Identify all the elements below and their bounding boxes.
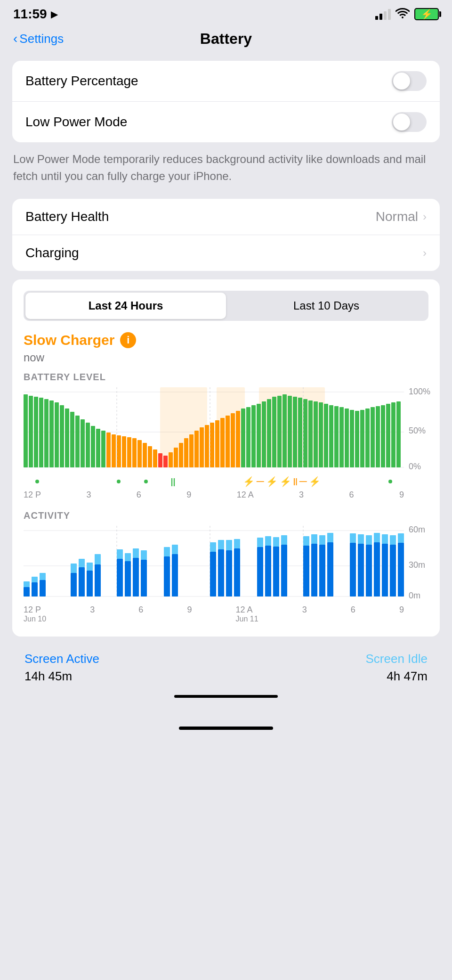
charging-chevron-icon: › (423, 246, 427, 260)
page-title: Battery (200, 30, 252, 48)
screen-idle-value: 4h 47m (365, 669, 428, 684)
svg-rect-57 (288, 396, 292, 467)
x-9: 9 (187, 605, 192, 623)
x-label-6b: 6 (349, 490, 354, 500)
x-label-9: 9 (186, 490, 191, 500)
svg-rect-62 (314, 401, 318, 467)
slow-charger-info-badge[interactable]: i (120, 332, 136, 348)
svg-rect-70 (355, 411, 359, 467)
svg-rect-133 (303, 546, 309, 596)
low-power-mode-toggle[interactable] (392, 112, 427, 132)
usage-card: Last 24 Hours Last 10 Days Slow Charger … (12, 279, 440, 637)
x-6: 6 (138, 605, 143, 623)
svg-rect-118 (210, 542, 216, 552)
svg-rect-66 (334, 406, 339, 467)
x-6b: 6 (351, 605, 355, 623)
signal-bar-3 (384, 11, 387, 20)
svg-rect-72 (365, 408, 370, 467)
svg-text:50%: 50% (409, 426, 426, 435)
health-card: Battery Health Normal › Charging › (12, 199, 440, 271)
x-bottom-jun11: Jun 11 (236, 615, 258, 623)
x-group-12p: 12 P Jun 10 (24, 605, 46, 623)
status-time: 11:59 (13, 7, 47, 22)
svg-rect-122 (226, 540, 232, 550)
charging-row[interactable]: Charging › (12, 235, 440, 271)
wifi-icon (396, 7, 410, 21)
signal-bar-4 (388, 9, 391, 20)
back-chevron-icon: ‹ (13, 32, 17, 45)
charge-indicator (24, 480, 51, 483)
low-power-description: Low Power Mode temporarily reduces backg… (0, 146, 452, 194)
svg-rect-64 (324, 404, 328, 467)
svg-rect-120 (218, 540, 224, 549)
svg-rect-143 (358, 544, 364, 596)
svg-rect-59 (298, 398, 302, 467)
battery-health-value-row: Normal › (376, 209, 427, 224)
svg-text:100%: 100% (409, 387, 430, 396)
battery-health-row[interactable]: Battery Health Normal › (12, 199, 440, 235)
period-tabs: Last 24 Hours Last 10 Days (24, 291, 428, 321)
toggle-knob-2 (393, 114, 410, 131)
battery-percentage-toggle[interactable] (392, 71, 427, 91)
svg-rect-41 (205, 425, 209, 467)
svg-rect-152 (390, 535, 396, 545)
slow-charger-row: Slow Charger i (24, 332, 428, 348)
svg-rect-141 (350, 543, 356, 596)
screen-active-value: 14h 45m (24, 669, 99, 684)
svg-rect-112 (141, 550, 147, 560)
svg-rect-67 (339, 407, 344, 467)
svg-rect-17 (81, 419, 85, 467)
back-button[interactable]: ‹ Settings (13, 32, 64, 46)
svg-rect-9 (39, 398, 43, 467)
svg-rect-36 (179, 443, 183, 467)
bolt-icon-1: ⚡ (243, 476, 255, 487)
svg-rect-56 (282, 394, 287, 467)
svg-rect-10 (44, 399, 48, 467)
svg-rect-144 (358, 534, 364, 544)
svg-rect-16 (75, 416, 80, 467)
svg-rect-31 (153, 449, 157, 467)
svg-rect-26 (127, 437, 131, 467)
bolt-icon-4: ⚡ (309, 476, 321, 487)
activity-section: ACTIVITY (24, 510, 428, 623)
charge-indicator-3 (132, 480, 160, 483)
battery-health-chevron-icon: › (423, 210, 427, 223)
svg-rect-40 (200, 427, 204, 467)
battery-percentage-label: Battery Percentage (25, 74, 138, 89)
svg-rect-115 (172, 554, 178, 596)
svg-rect-108 (125, 553, 131, 561)
svg-rect-126 (257, 538, 263, 547)
status-icons: ⚡ (375, 7, 439, 21)
svg-text:0m: 0m (409, 591, 420, 600)
battery-level-label: BATTERY LEVEL (24, 372, 428, 383)
toggles-card: Battery Percentage Low Power Mode (12, 61, 440, 142)
charging-label: Charging (25, 245, 79, 261)
svg-rect-23 (112, 434, 116, 467)
svg-rect-20 (96, 429, 100, 467)
signal-bars (375, 9, 391, 20)
x-label-6: 6 (137, 490, 141, 500)
svg-rect-95 (40, 580, 46, 596)
svg-rect-47 (236, 411, 240, 467)
svg-text:60m: 60m (409, 525, 425, 534)
x-label-9b: 9 (399, 490, 404, 500)
svg-rect-99 (79, 567, 85, 596)
svg-rect-149 (382, 544, 388, 596)
svg-rect-145 (366, 545, 372, 596)
svg-rect-32 (158, 453, 162, 467)
toggle-knob (393, 73, 410, 90)
activity-label: ACTIVITY (24, 510, 428, 521)
svg-rect-33 (163, 456, 168, 467)
svg-rect-129 (273, 547, 279, 596)
status-bar: 11:59 ▶ ⚡ (0, 0, 452, 25)
tab-last-10-days[interactable]: Last 10 Days (226, 293, 427, 319)
svg-rect-154 (398, 533, 404, 543)
location-icon: ▶ (51, 8, 58, 20)
svg-rect-124 (234, 539, 240, 548)
home-indicator (179, 727, 273, 730)
battery-x-labels: 12 P 3 6 9 12 A 3 6 9 (24, 490, 428, 500)
svg-rect-151 (390, 545, 396, 596)
svg-rect-128 (265, 536, 271, 546)
tab-last-24-hours[interactable]: Last 24 Hours (25, 293, 226, 319)
svg-rect-117 (210, 552, 216, 596)
